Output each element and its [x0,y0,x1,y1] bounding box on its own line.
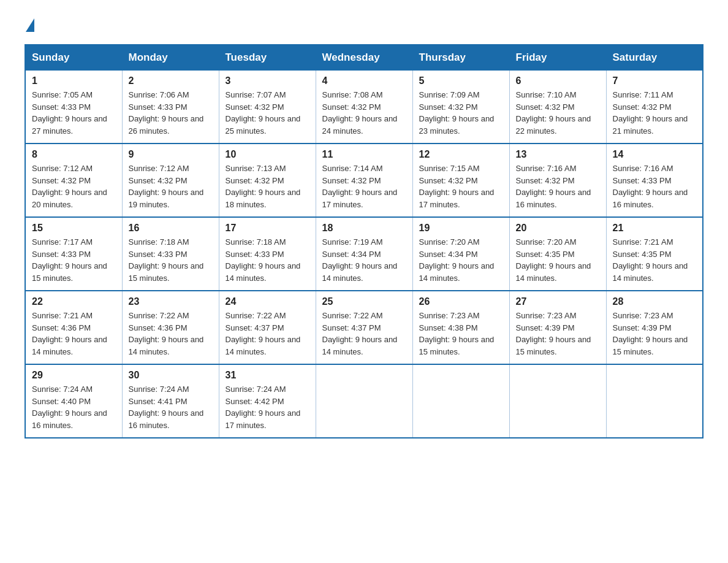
day-info: Sunrise: 7:10 AM Sunset: 4:32 PM Dayligh… [516,89,600,137]
day-number: 1 [32,75,116,86]
sunset-label: Sunset: 4:35 PM [613,250,672,259]
daylight-label: Daylight: 9 hours and 14 minutes. [419,261,495,283]
calendar-week-row: 8 Sunrise: 7:12 AM Sunset: 4:32 PM Dayli… [25,144,703,217]
day-info: Sunrise: 7:23 AM Sunset: 4:38 PM Dayligh… [419,310,503,358]
day-number: 20 [516,223,600,234]
weekday-header-saturday: Saturday [606,45,703,71]
calendar-cell: 21 Sunrise: 7:21 AM Sunset: 4:35 PM Dayl… [606,217,703,291]
day-number: 7 [613,75,697,86]
day-info: Sunrise: 7:24 AM Sunset: 4:41 PM Dayligh… [129,383,213,431]
weekday-header-thursday: Thursday [412,45,509,71]
calendar-week-row: 22 Sunrise: 7:21 AM Sunset: 4:36 PM Dayl… [25,291,703,364]
daylight-label: Daylight: 9 hours and 16 minutes. [129,408,204,430]
day-number: 30 [129,370,213,381]
daylight-label: Daylight: 9 hours and 14 minutes. [32,335,107,356]
day-info: Sunrise: 7:13 AM Sunset: 4:32 PM Dayligh… [226,163,309,210]
calendar-week-row: 29 Sunrise: 7:24 AM Sunset: 4:40 PM Dayl… [25,364,703,438]
day-number: 19 [419,223,503,234]
sunset-label: Sunset: 4:32 PM [322,102,381,112]
calendar-cell [509,364,606,438]
sunrise-label: Sunrise: 7:12 AM [32,164,93,173]
sunrise-label: Sunrise: 7:21 AM [32,311,93,320]
sunrise-label: Sunrise: 7:16 AM [516,164,577,173]
sunrise-label: Sunrise: 7:22 AM [322,311,383,320]
calendar-cell: 22 Sunrise: 7:21 AM Sunset: 4:36 PM Dayl… [25,291,122,364]
weekday-header-monday: Monday [122,45,219,71]
daylight-label: Daylight: 9 hours and 14 minutes. [226,261,301,283]
day-info: Sunrise: 7:18 AM Sunset: 4:33 PM Dayligh… [129,236,213,284]
day-number: 4 [322,75,406,86]
sunrise-label: Sunrise: 7:12 AM [129,164,189,173]
sunrise-label: Sunrise: 7:23 AM [419,311,480,320]
calendar-cell: 31 Sunrise: 7:24 AM Sunset: 4:42 PM Dayl… [219,364,316,438]
calendar-cell: 19 Sunrise: 7:20 AM Sunset: 4:34 PM Dayl… [412,217,509,291]
logo-triangle-icon [26,18,34,32]
sunrise-label: Sunrise: 7:21 AM [613,237,673,247]
calendar-cell: 9 Sunrise: 7:12 AM Sunset: 4:32 PM Dayli… [122,144,219,217]
calendar-cell: 23 Sunrise: 7:22 AM Sunset: 4:36 PM Dayl… [122,291,219,364]
day-number: 10 [226,149,309,160]
sunrise-label: Sunrise: 7:24 AM [226,385,286,394]
day-info: Sunrise: 7:06 AM Sunset: 4:33 PM Dayligh… [129,89,213,137]
sunset-label: Sunset: 4:35 PM [516,250,575,259]
sunset-label: Sunset: 4:32 PM [419,102,478,112]
day-info: Sunrise: 7:14 AM Sunset: 4:32 PM Dayligh… [322,163,406,210]
day-number: 17 [226,223,309,234]
day-info: Sunrise: 7:16 AM Sunset: 4:32 PM Dayligh… [516,163,600,210]
daylight-label: Daylight: 9 hours and 14 minutes. [226,335,301,356]
daylight-label: Daylight: 9 hours and 15 minutes. [32,261,107,283]
daylight-label: Daylight: 9 hours and 20 minutes. [32,188,107,209]
day-info: Sunrise: 7:07 AM Sunset: 4:32 PM Dayligh… [226,89,309,137]
calendar-cell: 2 Sunrise: 7:06 AM Sunset: 4:33 PM Dayli… [122,71,219,144]
daylight-label: Daylight: 9 hours and 23 minutes. [419,114,495,136]
sunrise-label: Sunrise: 7:23 AM [613,311,673,320]
calendar-week-row: 15 Sunrise: 7:17 AM Sunset: 4:33 PM Dayl… [25,217,703,291]
sunset-label: Sunset: 4:34 PM [419,250,478,259]
sunrise-label: Sunrise: 7:17 AM [32,237,93,247]
day-info: Sunrise: 7:24 AM Sunset: 4:42 PM Dayligh… [226,383,309,431]
sunrise-label: Sunrise: 7:13 AM [226,164,286,173]
day-info: Sunrise: 7:19 AM Sunset: 4:34 PM Dayligh… [322,236,406,284]
day-number: 13 [516,149,600,160]
calendar-cell [412,364,509,438]
day-number: 24 [226,296,309,307]
weekday-header-sunday: Sunday [25,45,122,71]
calendar-cell: 12 Sunrise: 7:15 AM Sunset: 4:32 PM Dayl… [412,144,509,217]
daylight-label: Daylight: 9 hours and 14 minutes. [129,335,204,356]
day-number: 14 [613,149,697,160]
day-number: 16 [129,223,213,234]
daylight-label: Daylight: 9 hours and 16 minutes. [613,188,688,209]
sunrise-label: Sunrise: 7:18 AM [226,237,286,247]
sunset-label: Sunset: 4:32 PM [613,102,672,112]
day-info: Sunrise: 7:23 AM Sunset: 4:39 PM Dayligh… [613,310,697,358]
daylight-label: Daylight: 9 hours and 15 minutes. [419,335,495,356]
sunset-label: Sunset: 4:32 PM [322,176,381,185]
calendar-cell: 18 Sunrise: 7:19 AM Sunset: 4:34 PM Dayl… [316,217,412,291]
sunset-label: Sunset: 4:33 PM [129,102,188,112]
day-info: Sunrise: 7:23 AM Sunset: 4:39 PM Dayligh… [516,310,600,358]
day-number: 2 [129,75,213,86]
weekday-header-friday: Friday [509,45,606,71]
sunset-label: Sunset: 4:32 PM [226,176,284,185]
daylight-label: Daylight: 9 hours and 14 minutes. [322,261,398,283]
day-number: 21 [613,223,697,234]
sunrise-label: Sunrise: 7:14 AM [322,164,383,173]
day-info: Sunrise: 7:18 AM Sunset: 4:33 PM Dayligh… [226,236,309,284]
day-info: Sunrise: 7:22 AM Sunset: 4:37 PM Dayligh… [226,310,309,358]
sunset-label: Sunset: 4:42 PM [226,397,284,406]
weekday-header-wednesday: Wednesday [316,45,412,71]
daylight-label: Daylight: 9 hours and 24 minutes. [322,114,398,136]
day-number: 25 [322,296,406,307]
sunrise-label: Sunrise: 7:20 AM [516,237,577,247]
daylight-label: Daylight: 9 hours and 14 minutes. [322,335,398,356]
sunrise-label: Sunrise: 7:24 AM [129,385,189,394]
sunrise-label: Sunrise: 7:24 AM [32,385,93,394]
calendar-cell: 27 Sunrise: 7:23 AM Sunset: 4:39 PM Dayl… [509,291,606,364]
day-info: Sunrise: 7:20 AM Sunset: 4:34 PM Dayligh… [419,236,503,284]
daylight-label: Daylight: 9 hours and 14 minutes. [516,261,591,283]
daylight-label: Daylight: 9 hours and 26 minutes. [129,114,204,136]
day-info: Sunrise: 7:21 AM Sunset: 4:35 PM Dayligh… [613,236,697,284]
calendar-cell: 4 Sunrise: 7:08 AM Sunset: 4:32 PM Dayli… [316,71,412,144]
calendar-cell: 11 Sunrise: 7:14 AM Sunset: 4:32 PM Dayl… [316,144,412,217]
weekday-header-row: SundayMondayTuesdayWednesdayThursdayFrid… [25,45,703,71]
